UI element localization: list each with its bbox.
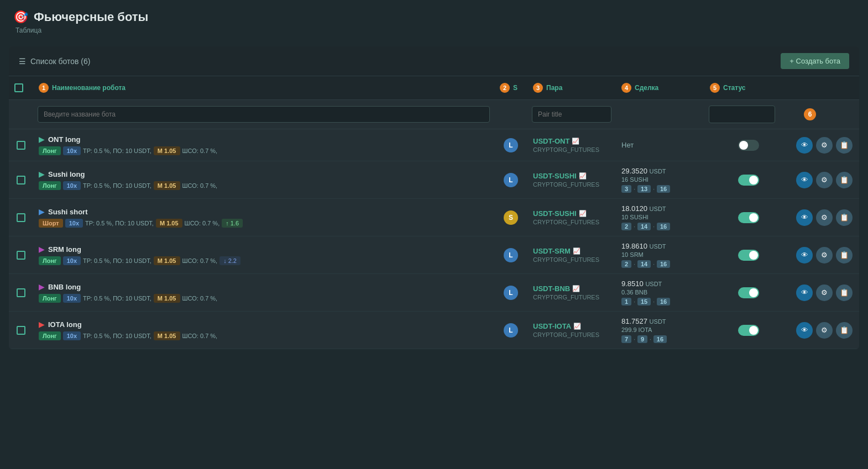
table-row: ▶ IOTA long Лонг10x ТР: 0.5 %, ПО: 10 US… [9, 312, 859, 349]
filter-name-cell [33, 106, 494, 123]
tag-m: М 1.05 [154, 294, 180, 303]
status-toggle[interactable] [738, 250, 759, 261]
pair-cell: USDT-ONT 📈 CRYPTORG_FUTURES [527, 137, 616, 153]
deal-step: 14 [637, 223, 651, 230]
bot-tags: Лонг10x ТР: 0.5 %, ПО: 10 USDT, М 1.05 Ш… [39, 146, 489, 155]
view-button[interactable]: 👁 [796, 172, 813, 188]
view-button[interactable]: 👁 [796, 247, 813, 264]
view-button[interactable]: 👁 [796, 322, 813, 339]
deal-amount: 9.8510 USDT [621, 280, 699, 288]
view-button[interactable]: 👁 [796, 209, 813, 226]
row-checkbox-cell [9, 251, 33, 260]
chart-icon: 📈 [573, 247, 581, 255]
row-checkbox[interactable] [17, 213, 25, 222]
row-checkbox[interactable] [17, 288, 25, 297]
pair-name: USDT-IOTA 📈 [533, 322, 610, 330]
table-row: ▶ SRM long Лонг10x ТР: 0.5 %, ПО: 10 USD… [9, 236, 859, 274]
deal-step: 16 [657, 298, 670, 305]
bot-params: ТР: 0.5 %, ПО: 10 USDT, [83, 182, 151, 189]
table-row: ▶ ONT long Лонг10x ТР: 0.5 %, ПО: 10 USD… [9, 129, 859, 161]
tag-long: Лонг [39, 181, 61, 190]
status-toggle[interactable] [738, 175, 759, 186]
copy-button[interactable]: 📋 [836, 209, 853, 226]
tag-x: 10x [63, 294, 81, 303]
bot-params: ТР: 0.5 %, ПО: 10 USDT, [83, 257, 151, 264]
deal-steps: 1·15·16 [621, 298, 699, 305]
deal-amount: 18.0120 USDT [621, 204, 699, 213]
copy-button[interactable]: 📋 [836, 247, 853, 264]
deal-cell: 18.0120 USDT 10 SUSHI 2·14·16 [616, 204, 704, 230]
deal-cell: 81.7527 USDT 299.9 IOTA 7·9·16 [616, 317, 704, 343]
tag-m: М 1.05 [154, 181, 180, 190]
deal-step: 13 [637, 185, 651, 193]
copy-button[interactable]: 📋 [836, 284, 853, 301]
col-num-4: 4 [621, 83, 631, 93]
col-label-s: S [513, 84, 517, 92]
row-checkbox[interactable] [17, 326, 25, 335]
th-status: 5 Статус [704, 81, 793, 95]
row-checkbox[interactable] [17, 141, 25, 150]
view-button[interactable]: 👁 [796, 137, 813, 154]
tag-m: М 1.05 [156, 219, 182, 228]
row-checkbox-cell [9, 213, 33, 222]
deal-step: 16 [657, 223, 670, 230]
bot-tags: Лонг10x ТР: 0.5 %, ПО: 10 USDT, М 1.05 Ш… [39, 331, 489, 340]
bot-list: ▶ ONT long Лонг10x ТР: 0.5 %, ПО: 10 USD… [9, 129, 859, 349]
tag-long: Лонг [39, 294, 61, 303]
s-cell: S [494, 210, 527, 225]
settings-button[interactable]: ⚙ [816, 137, 833, 154]
status-toggle[interactable] [738, 325, 759, 336]
pair-filter[interactable] [532, 106, 611, 123]
copy-button[interactable]: 📋 [836, 322, 853, 339]
filter-count-badge: 6 [804, 108, 816, 120]
row-checkbox[interactable] [17, 176, 25, 185]
bot-icon: ▶ [39, 282, 45, 291]
bot-icon: ▶ [39, 320, 45, 329]
status-toggle[interactable] [738, 140, 759, 151]
settings-button[interactable]: ⚙ [816, 247, 833, 264]
view-button[interactable]: 👁 [796, 284, 813, 301]
tag-x: 10x [63, 331, 81, 340]
pair-name: USDT-BNB 📈 [533, 284, 610, 293]
settings-button[interactable]: ⚙ [816, 322, 833, 339]
bot-name: BNB long [48, 283, 81, 291]
copy-button[interactable]: 📋 [836, 172, 853, 188]
pair-name: USDT-SUSHI 📈 [533, 209, 610, 218]
bot-name: Sushi long [48, 170, 85, 178]
pair-name: USDT-ONT 📈 [533, 137, 610, 145]
bot-params2: ШСО: 0.7 %, [182, 333, 218, 339]
bot-tags: Лонг10x ТР: 0.5 %, ПО: 10 USDT, М 1.05 Ш… [39, 294, 489, 303]
pair-exchange: CRYPTORG_FUTURES [533, 331, 610, 338]
row-checkbox-cell [9, 141, 33, 150]
status-toggle[interactable] [738, 212, 759, 223]
s-badge: L [504, 323, 518, 338]
list-icon: ☰ [19, 57, 26, 66]
col-label-pair: Пара [546, 84, 562, 92]
col-num-2: 2 [500, 83, 510, 93]
deal-steps: 7·9·16 [621, 335, 699, 343]
copy-button[interactable]: 📋 [836, 137, 853, 154]
bot-name-row: ▶ Sushi short [39, 207, 489, 216]
actions-cell: 👁 ⚙ 📋 [793, 284, 859, 301]
extra-tag: ↑ 1.6 [222, 219, 243, 228]
row-checkbox[interactable] [17, 251, 25, 260]
settings-button[interactable]: ⚙ [816, 172, 833, 188]
row-checkbox-cell [9, 288, 33, 297]
bot-params: ТР: 0.5 %, ПО: 10 USDT, [83, 333, 151, 339]
create-bot-button[interactable]: + Создать бота [781, 53, 849, 69]
status-filter[interactable] [709, 106, 775, 123]
bot-icon: ▶ [39, 135, 45, 144]
settings-button[interactable]: ⚙ [816, 284, 833, 301]
tag-long: Лонг [39, 331, 61, 340]
page-title: 🎯 Фьючерсные боты [13, 10, 855, 24]
col-num-1: 1 [39, 83, 49, 93]
s-badge: L [504, 173, 518, 187]
bot-name-filter[interactable] [38, 106, 490, 123]
col-label-name: Наименование робота [52, 84, 126, 92]
bot-icon: ▶ [39, 207, 45, 216]
status-toggle[interactable] [738, 287, 759, 298]
main-panel: ☰ Список ботов (6) + Создать бота 1 Наим… [9, 46, 859, 349]
deal-step: 16 [657, 185, 670, 193]
settings-button[interactable]: ⚙ [816, 209, 833, 226]
select-all-checkbox[interactable] [14, 83, 23, 92]
